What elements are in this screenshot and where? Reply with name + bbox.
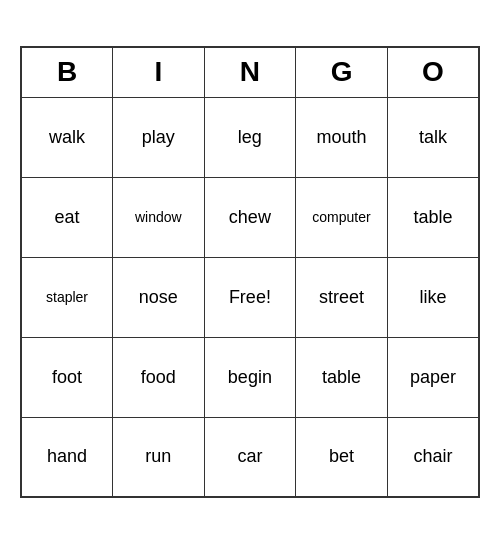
header-row: BINGO <box>21 47 479 97</box>
bingo-cell-0-0: walk <box>21 97 113 177</box>
bingo-cell-3-0: foot <box>21 337 113 417</box>
bingo-cell-3-2: begin <box>204 337 296 417</box>
bingo-cell-4-0: hand <box>21 417 113 497</box>
bingo-cell-0-4: talk <box>387 97 479 177</box>
bingo-cell-3-3: table <box>296 337 388 417</box>
bingo-cell-1-1: window <box>113 177 205 257</box>
bingo-cell-1-0: eat <box>21 177 113 257</box>
bingo-cell-1-2: chew <box>204 177 296 257</box>
bingo-cell-2-0: stapler <box>21 257 113 337</box>
bingo-cell-1-4: table <box>387 177 479 257</box>
bingo-cell-3-1: food <box>113 337 205 417</box>
bingo-cell-1-3: computer <box>296 177 388 257</box>
bingo-cell-2-1: nose <box>113 257 205 337</box>
bingo-cell-4-4: chair <box>387 417 479 497</box>
header-cell-g: G <box>296 47 388 97</box>
bingo-cell-4-3: bet <box>296 417 388 497</box>
bingo-row-2: staplernoseFree!streetlike <box>21 257 479 337</box>
bingo-cell-3-4: paper <box>387 337 479 417</box>
bingo-cell-2-4: like <box>387 257 479 337</box>
header-cell-b: B <box>21 47 113 97</box>
bingo-row-4: handruncarbetchair <box>21 417 479 497</box>
bingo-cell-2-3: street <box>296 257 388 337</box>
bingo-cell-0-3: mouth <box>296 97 388 177</box>
header-cell-i: I <box>113 47 205 97</box>
bingo-cell-0-2: leg <box>204 97 296 177</box>
bingo-cell-4-2: car <box>204 417 296 497</box>
bingo-row-1: eatwindowchewcomputertable <box>21 177 479 257</box>
bingo-cell-2-2: Free! <box>204 257 296 337</box>
bingo-row-3: footfoodbegintablepaper <box>21 337 479 417</box>
header-cell-o: O <box>387 47 479 97</box>
bingo-card: BINGO walkplaylegmouthtalkeatwindowchewc… <box>20 46 480 498</box>
bingo-cell-0-1: play <box>113 97 205 177</box>
bingo-row-0: walkplaylegmouthtalk <box>21 97 479 177</box>
header-cell-n: N <box>204 47 296 97</box>
bingo-cell-4-1: run <box>113 417 205 497</box>
